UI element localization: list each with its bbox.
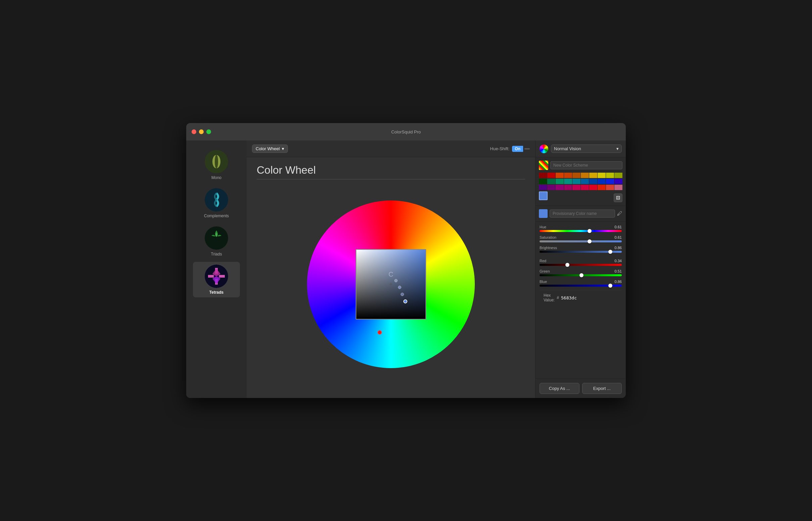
palette-cell[interactable] [598, 179, 606, 184]
palette-cell[interactable] [589, 173, 597, 178]
sq-dot-3 [401, 293, 404, 296]
palette-cell[interactable] [589, 185, 597, 190]
sq-dot-2 [398, 286, 401, 289]
svg-point-2 [215, 155, 218, 168]
blue-value: 0.86 [615, 279, 622, 284]
palette-cell[interactable] [606, 179, 614, 184]
sidebar-item-mono[interactable]: Mono [193, 147, 240, 183]
palette-cell[interactable] [547, 185, 555, 190]
green-label: Green [539, 269, 550, 273]
hue-slider-track[interactable] [539, 230, 622, 232]
green-slider-track[interactable] [539, 274, 622, 276]
color-wheel-dropdown-arrow: ▾ [282, 146, 284, 151]
selected-color-cell[interactable] [539, 191, 548, 200]
palette-cell[interactable] [547, 173, 555, 178]
hex-hash: # [557, 295, 559, 300]
green-slider-thumb[interactable] [579, 273, 583, 277]
palette-cell[interactable] [606, 173, 614, 178]
bottom-buttons: Copy As ... Export ... [535, 379, 626, 398]
hue-shift-toggle[interactable]: On [512, 146, 530, 152]
palette-cell[interactable] [581, 179, 589, 184]
color-wheel-dropdown[interactable]: Color Wheel ▾ [252, 144, 288, 153]
sidebar-item-tetrads[interactable]: Tetrads [193, 262, 240, 297]
svg-point-4 [205, 226, 228, 250]
complements-label: Complements [204, 213, 229, 218]
palette-cell[interactable] [564, 179, 572, 184]
color-picker-square[interactable]: C [356, 249, 426, 319]
right-panel: Normal Vision ▾ ⚄ [535, 140, 626, 398]
center-toolbar: Color Wheel ▾ Hue-Shift: On [247, 140, 535, 157]
close-button[interactable] [192, 130, 196, 134]
brightness-slider-thumb[interactable] [608, 250, 612, 254]
palette-cell[interactable] [614, 185, 622, 190]
palette-cell[interactable] [539, 173, 547, 178]
palette-cell[interactable] [598, 173, 606, 178]
sidebar-item-triads[interactable]: Triads [193, 224, 240, 259]
palette-cell[interactable] [581, 185, 589, 190]
palette-cell[interactable] [614, 179, 622, 184]
green-slider-row: Green 0.51 [539, 269, 622, 276]
minimize-button[interactable] [199, 130, 204, 134]
blue-slider-row: Blue 0.86 [539, 279, 622, 287]
palette-cell[interactable] [564, 173, 572, 178]
saturation-label: Saturation [539, 235, 556, 240]
saturation-slider-thumb[interactable] [587, 240, 592, 243]
dice-button[interactable]: ⚄ [614, 194, 622, 202]
color-wheel-container[interactable]: + [307, 201, 475, 368]
sq-dot-1 [394, 279, 398, 282]
brightness-slider-track[interactable] [539, 251, 622, 253]
eyedropper-button[interactable]: 🖊 [617, 210, 622, 217]
hatch-pattern-icon [539, 161, 548, 170]
palette-cell[interactable] [556, 173, 564, 178]
saturation-slider-track[interactable] [539, 241, 622, 242]
palette-cell[interactable] [539, 179, 547, 184]
color-name-row: 🖊 [535, 206, 626, 222]
brightness-value: 0.86 [615, 246, 622, 250]
wheel-title-area: Color Wheel [257, 164, 525, 179]
copy-as-button[interactable]: Copy As ... [539, 383, 579, 394]
hue-shift-label: Hue-Shift: [490, 146, 510, 151]
vision-label: Normal Vision [554, 146, 581, 151]
palette-cell[interactable] [572, 179, 580, 184]
app-window: ColorSquid Pro Mono [186, 123, 626, 398]
saturation-value: 0.61 [615, 235, 622, 240]
palette-cell[interactable] [581, 173, 589, 178]
red-slider-thumb[interactable] [565, 263, 570, 267]
palette-cell[interactable] [572, 185, 580, 190]
hex-input[interactable] [561, 295, 618, 300]
mono-icon [205, 150, 228, 173]
palette-cell[interactable] [572, 173, 580, 178]
scheme-name-input[interactable] [550, 161, 622, 169]
palette-cell[interactable] [564, 185, 572, 190]
brightness-slider-row: Brightness 0.86 [539, 246, 622, 253]
export-button[interactable]: Export ... [582, 383, 622, 394]
blue-label: Blue [539, 279, 547, 284]
palette-cell[interactable] [556, 179, 564, 184]
palette-cell[interactable] [539, 185, 547, 190]
hex-label: Hex Value: [543, 293, 555, 302]
hue-shift-off [525, 148, 530, 150]
red-slider-track[interactable] [539, 264, 622, 266]
tetrads-icon [205, 265, 228, 288]
blue-slider-thumb[interactable] [608, 284, 612, 288]
right-toolbar: Normal Vision ▾ [535, 140, 626, 157]
maximize-button[interactable] [206, 130, 211, 134]
hue-slider-row: Hue 0.61 [539, 225, 622, 232]
saturation-slider-row: Saturation 0.61 [539, 235, 622, 242]
palette-cell[interactable] [556, 185, 564, 190]
hue-slider-thumb[interactable] [587, 229, 592, 233]
palette-cell[interactable] [614, 173, 622, 178]
new-scheme-row [539, 161, 622, 170]
palette-cell[interactable] [606, 185, 614, 190]
color-name-input[interactable] [550, 209, 615, 218]
sidebar-item-complements[interactable]: Complements [193, 185, 240, 221]
palette-cell[interactable] [598, 185, 606, 190]
palette-cell[interactable] [547, 179, 555, 184]
palette-area: ⚄ [535, 157, 626, 206]
vision-dropdown-arrow: ▾ [616, 146, 619, 151]
vision-dropdown[interactable]: Normal Vision ▾ [551, 144, 622, 153]
blue-slider-track[interactable] [539, 285, 622, 287]
ring-red-dot[interactable] [378, 330, 382, 335]
hue-value: 0.61 [615, 225, 622, 229]
palette-cell[interactable] [589, 179, 597, 184]
